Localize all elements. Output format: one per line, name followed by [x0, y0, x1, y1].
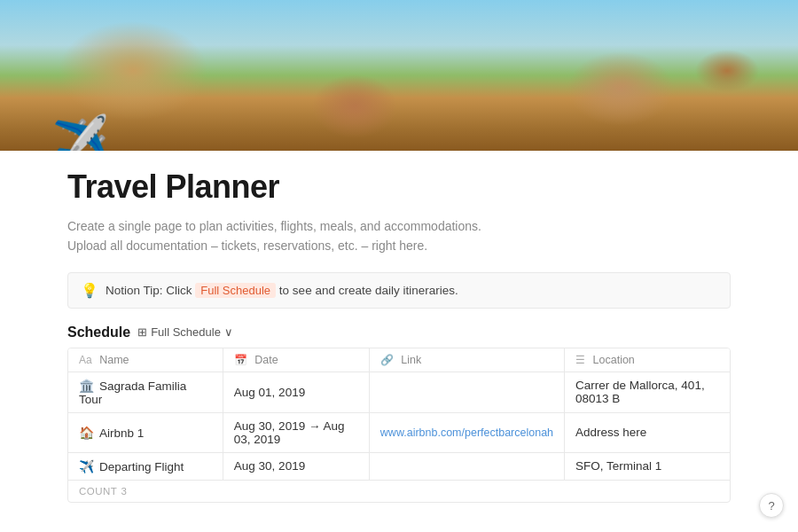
count-value: 3 — [121, 486, 127, 497]
schedule-title: Schedule — [67, 325, 130, 340]
name-col-icon: Aa — [79, 354, 92, 366]
link-value[interactable]: www.airbnb.com/perfectbarcelonah — [380, 426, 553, 439]
cell-name: 🏠Airbnb 1 — [68, 412, 223, 452]
main-content: Travel Planner Create a single page to p… — [0, 151, 798, 503]
table-row[interactable]: 🏛️Sagrada Familia TourAug 01, 2019Carrer… — [68, 372, 730, 412]
schedule-view-label: Full Schedule — [151, 325, 221, 339]
cell-date: Aug 30, 2019 → Aug 03, 2019 — [223, 412, 369, 452]
row-icon: 🏛️ — [79, 379, 94, 393]
col-header-name: Aa Name — [68, 348, 223, 372]
location-col-icon: ☰ — [575, 354, 585, 366]
cell-name: ✈️Departing Flight — [68, 452, 223, 480]
plane-emoji: ✈️ — [51, 112, 113, 151]
tip-icon: 💡 — [81, 282, 98, 299]
page-description: Create a single page to plan activities,… — [67, 216, 731, 256]
cell-date: Aug 01, 2019 — [223, 372, 369, 412]
cell-location: Address here — [565, 412, 730, 452]
cell-name: 🏛️Sagrada Familia Tour — [68, 372, 223, 412]
schedule-header: Schedule ⊞ Full Schedule ∨ — [67, 325, 731, 340]
hero-background — [0, 0, 798, 151]
cell-link[interactable]: www.airbnb.com/perfectbarcelonah — [369, 412, 564, 452]
grid-icon: ⊞ — [137, 325, 147, 339]
link-col-icon: 🔗 — [380, 354, 394, 366]
schedule-table: Aa Name 📅 Date 🔗 Link ☰ Location — [68, 348, 730, 480]
table-header-row: Aa Name 📅 Date 🔗 Link ☰ Location — [68, 348, 730, 372]
tip-prefix: Notion Tip: Click Full Schedule to see a… — [106, 284, 458, 297]
page-title: Travel Planner — [67, 168, 731, 206]
chevron-down-icon: ∨ — [224, 325, 233, 339]
col-header-link: 🔗 Link — [369, 348, 564, 372]
count-row: COUNT 3 — [68, 480, 730, 502]
table-row[interactable]: 🏠Airbnb 1Aug 30, 2019 → Aug 03, 2019www.… — [68, 412, 730, 452]
cell-location: SFO, Terminal 1 — [565, 452, 730, 480]
cell-link — [369, 372, 564, 412]
cell-link — [369, 452, 564, 480]
full-schedule-link[interactable]: Full Schedule — [195, 283, 276, 298]
hero-section: ✈️ — [0, 0, 798, 151]
notion-tip-box: 💡 Notion Tip: Click Full Schedule to see… — [67, 272, 731, 309]
row-icon: ✈️ — [79, 459, 94, 473]
date-col-icon: 📅 — [234, 354, 247, 366]
count-label: COUNT — [79, 486, 117, 497]
help-button[interactable]: ? — [759, 493, 784, 518]
row-icon: 🏠 — [79, 426, 94, 440]
col-header-location: ☰ Location — [565, 348, 730, 372]
schedule-view-toggle[interactable]: ⊞ Full Schedule ∨ — [137, 325, 233, 339]
table-row[interactable]: ✈️Departing FlightAug 30, 2019SFO, Termi… — [68, 452, 730, 480]
cell-location: Carrer de Mallorca, 401, 08013 B — [565, 372, 730, 412]
cell-date: Aug 30, 2019 — [223, 452, 369, 480]
schedule-table-wrapper: Aa Name 📅 Date 🔗 Link ☰ Location — [67, 348, 731, 503]
col-header-date: 📅 Date — [223, 348, 369, 372]
